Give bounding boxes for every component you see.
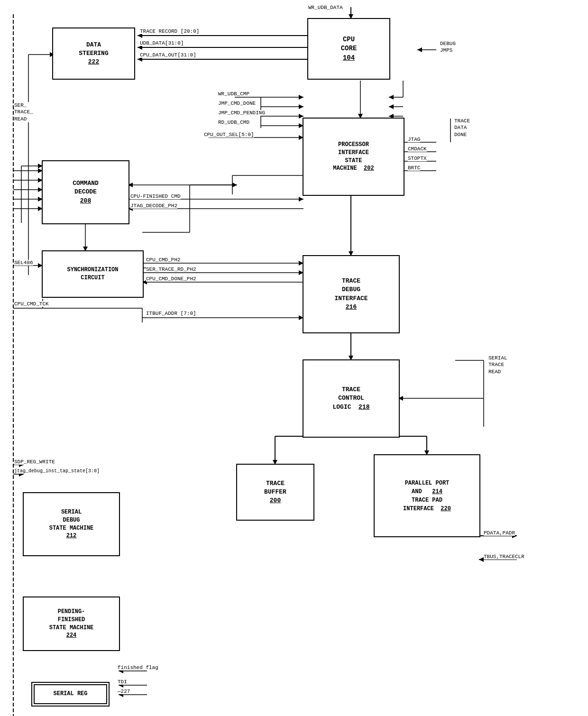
debug-jmps-label: DEBUGJMPS [440, 40, 456, 54]
trace-debug-label: TRACEDEBUGINTERFACE216 [334, 277, 368, 312]
cpu-core-label: CPU CORE 104 [341, 35, 357, 63]
sync-circuit-label: SYNCHRONIZATIONCIRCUIT [67, 266, 118, 282]
trace-buffer-block: TRACEBUFFER200 [236, 464, 314, 521]
data-steering-block: DATASTEERING222 [52, 28, 135, 80]
jmp-cmd-pending-label: JMP_CMD_PENDING [218, 110, 265, 116]
svg-marker-112 [389, 104, 394, 109]
serial-reg-label: SERIAL REG [53, 690, 87, 698]
serial-debug-block: SERIALDEBUGSTATE MACHINE212 [23, 492, 120, 556]
ser-trace-read-left-label: SER_TRACE_READ [14, 102, 33, 122]
tdi-label: TDI [118, 679, 127, 685]
cpu-data-out-label: CPU_DATA_OUT[31:0] [140, 52, 196, 58]
parallel-port-block: PARALLEL PORTAND 214TRACE PADINTERFACE 2… [374, 454, 480, 537]
jtag-label: JTAG [408, 137, 420, 142]
sel486-label: SEL486 [14, 260, 33, 266]
trace-control-label: TRACECONTROLLOGIC 218 [332, 386, 369, 412]
cpu-finished-cmd-label: CPU-FINISHED CMD [130, 193, 181, 199]
wr-udb-cmp-label: WR_UDB_CMP [218, 91, 249, 97]
trace-buffer-label: TRACEBUFFER200 [264, 479, 286, 505]
cpu-out-sel-label: CPU_OUT_SEL[5:0] [204, 132, 254, 138]
svg-marker-11 [299, 95, 303, 100]
rd-udb-cmd-label: RD_UDB_CMD [218, 119, 249, 125]
udb-data-label: UDB_DATA[31:0] [140, 40, 184, 46]
itbuf-addr-label: ITBUF_ADDR [7:0] [146, 311, 196, 316]
jtag-decode-ph2-label: JTAG_DECODE_PH2 [130, 203, 177, 209]
trace-data-done-label: TRACEDATADONE [454, 118, 470, 138]
svg-marker-101 [232, 183, 237, 187]
pending-finished-block: PENDING-FINISHEDSTATE MACHINE224 [23, 597, 120, 651]
jtag-debug-inst-label: jtag_debug_inst_tap_state[3:0] [14, 468, 100, 474]
cpu-cmd-ph2-label: CPU_CMD_PH2 [146, 257, 181, 263]
tbus-traceclr-label: TBUS,TRACECLR [484, 554, 524, 560]
data-steering-label: DATASTEERING222 [79, 41, 108, 67]
stoptx-label: STOPTX [408, 156, 427, 161]
svg-marker-35 [417, 47, 422, 52]
num227-label: —227 [118, 688, 130, 694]
brtc-label: BRTC [408, 165, 420, 171]
jmp-cmd-done-label: JMP_CMD_DONE [218, 101, 256, 106]
command-decode-block: COMMANDDECODE208 [42, 160, 129, 224]
finished-flag-label: finished flag [118, 665, 158, 670]
trace-debug-block: TRACEDEBUGINTERFACE216 [303, 255, 400, 333]
serial-debug-label: SERIALDEBUGSTATE MACHINE212 [49, 508, 94, 540]
processor-interface-block: PROCESSORINTERFACESTATEMACHINE 202 [303, 118, 404, 196]
cpu-cmd-tck-label: CPU_CMD_TCK [14, 301, 49, 307]
command-decode-label: COMMANDDECODE208 [73, 179, 99, 205]
svg-marker-111 [389, 95, 394, 100]
serial-reg-block: SERIAL REG [31, 682, 110, 707]
parallel-port-label: PARALLEL PORTAND 214TRACE PADINTERFACE 2… [403, 479, 451, 513]
cpu-core-block: CPU CORE 104 [307, 18, 390, 80]
diagram-container: CPU CORE 104 DATASTEERING222 PROCESSORIN… [0, 0, 588, 716]
sync-circuit-block: SYNCHRONIZATIONCIRCUIT [42, 250, 144, 298]
svg-marker-23 [299, 197, 303, 202]
cpu-cmd-done-ph2-label: CPU_CMD_DONE_PH2 [146, 276, 196, 282]
processor-interface-label: PROCESSORINTERFACESTATEMACHINE 202 [333, 141, 374, 173]
pdata-padr-label: PDATA,PADR [484, 530, 515, 536]
svg-marker-87 [479, 557, 484, 562]
pending-finished-label: PENDING-FINISHEDSTATE MACHINE224 [49, 608, 94, 640]
trace-control-block: TRACECONTROLLOGIC 218 [303, 359, 400, 438]
wr-udb-data-label: WR_UDB_DATA [308, 5, 343, 10]
sdp-reg-write-label: SDP_REG_WRITE [14, 459, 55, 465]
svg-marker-13 [299, 104, 303, 109]
trace-record-label: TRACE RECORD [20:0] [140, 28, 199, 34]
cmdack-label: CMDACK [408, 146, 427, 152]
serial-trace-read-label: SERIALTRACEREAD [488, 355, 507, 375]
ser-trace-rd-ph2-label: SER_TRACE_RD_PH2 [146, 266, 196, 272]
